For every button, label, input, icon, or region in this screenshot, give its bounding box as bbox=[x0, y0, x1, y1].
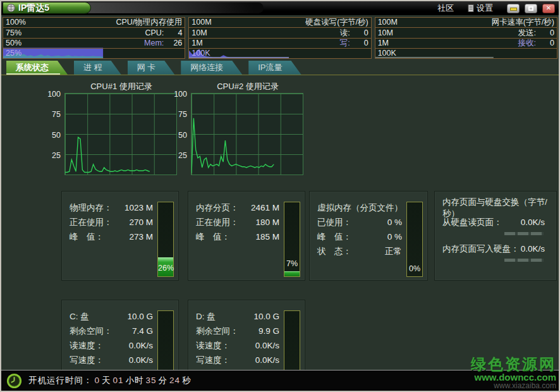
row-label: 峰 值： bbox=[70, 231, 104, 243]
swap-write-bar bbox=[504, 259, 544, 262]
receive-metric-label: 接收: bbox=[518, 39, 536, 47]
panel-title: 硬盘读写(字节/秒) bbox=[305, 18, 368, 27]
ytick: 50 bbox=[166, 131, 187, 140]
row-value: 0 % bbox=[351, 217, 402, 227]
scale-label: 100M bbox=[378, 18, 398, 27]
uptime-text: 开机运行时间：0天01小时35分24秒 bbox=[28, 375, 192, 386]
maximize-button[interactable] bbox=[525, 4, 537, 13]
row-value: 0 % bbox=[351, 232, 402, 242]
tab-network-card[interactable]: 网 卡 bbox=[128, 61, 175, 75]
row-value: 正常 bbox=[351, 246, 402, 257]
physical-memory-panel: 物理内存：1023 M 正在使用：270 M 峰 值：273 M 26% bbox=[61, 191, 179, 281]
row-value: 270 M bbox=[113, 217, 154, 227]
row-value: 1023 M bbox=[113, 203, 154, 212]
mem-metric-label: Mem: bbox=[144, 39, 164, 47]
row-label: 正在使用： bbox=[196, 217, 239, 228]
tab-processes[interactable]: 进 程 bbox=[74, 61, 121, 75]
row-value: 180 M bbox=[239, 217, 280, 227]
row-label: 状 态： bbox=[317, 246, 351, 257]
row-label: D: 盘 bbox=[196, 311, 216, 322]
send-metric-value: 0 bbox=[539, 29, 554, 37]
row-value: 7.4 G bbox=[113, 326, 154, 336]
radar-icon bbox=[6, 3, 16, 13]
cpu2-graph-title: CPU#2 使用记录 bbox=[191, 81, 305, 92]
memory-paging-panel: 内存分页：2461 M 正在使用：180 M 峰 值：185 M 7% bbox=[188, 191, 305, 281]
write-metric-label: 写: bbox=[340, 39, 350, 47]
scale-label: 10M bbox=[192, 29, 207, 37]
status-bar: 开机运行时间：0天01小时35分24秒 bbox=[1, 370, 559, 391]
row-label: C: 盘 bbox=[70, 311, 89, 322]
row-label: 内存页面写入硬盘： bbox=[442, 243, 520, 255]
close-button[interactable]: ✕ bbox=[542, 4, 555, 13]
row-value: 273 M bbox=[104, 232, 153, 242]
app-logo: IP雷达5 bbox=[3, 2, 91, 14]
cpu-metric-value: 4 bbox=[167, 29, 182, 37]
panel-title: 网卡速率(字节/秒) bbox=[492, 18, 554, 27]
receive-metric-value: 0 bbox=[539, 39, 554, 47]
scale-label: 100% bbox=[6, 18, 26, 27]
row-value: 10.0 G bbox=[216, 312, 279, 321]
scale-label: 25% bbox=[6, 49, 21, 58]
titlebar[interactable]: IP雷达5 社区 设置 ✕ bbox=[1, 1, 559, 15]
tab-system-status[interactable]: 系统状态 bbox=[6, 61, 68, 75]
uptime-clock-icon bbox=[6, 373, 22, 389]
titlebar-swoosh bbox=[64, 3, 264, 13]
settings-link[interactable]: 设置 bbox=[468, 3, 493, 14]
gauge-label: 7% bbox=[284, 259, 300, 268]
minimize-button[interactable] bbox=[507, 4, 520, 13]
top-monitor-row: 100%CPU/物理内存使用 75%CPU:4 50%Mem:26 25% 10… bbox=[3, 17, 557, 59]
scale-label: 10M bbox=[378, 29, 393, 37]
ytick: 75 bbox=[166, 110, 187, 119]
row-label: 正在使用： bbox=[70, 217, 113, 228]
write-metric-value: 0 bbox=[353, 39, 368, 47]
row-value: 0.0K/s bbox=[104, 341, 153, 350]
row-value: 0.0K/s bbox=[502, 217, 545, 227]
minimize-icon bbox=[510, 8, 517, 11]
scale-label: 100M bbox=[192, 18, 211, 27]
panel-title: CPU/物理内存使用 bbox=[116, 18, 182, 27]
cpu2-history-chart bbox=[191, 93, 303, 175]
ytick: 25 bbox=[39, 151, 61, 160]
row-label: 写速度： bbox=[196, 355, 230, 366]
read-metric-label: 读: bbox=[340, 29, 350, 37]
cpu1-graph-title: CPU#1 使用记录 bbox=[64, 81, 178, 92]
scale-label: 1M bbox=[192, 39, 202, 47]
scale-label: 100K bbox=[192, 49, 210, 58]
row-value: 0.0K/s bbox=[230, 355, 279, 365]
scale-label: 50% bbox=[6, 39, 21, 47]
gauge-label: 26% bbox=[158, 264, 173, 273]
row-value: 0.0K/s bbox=[230, 341, 279, 350]
virtual-memory-panel: 虚拟内存（分页文件） 已使用：0 % 峰 值：0 % 状 态：正常 0% bbox=[309, 191, 428, 281]
network-monitor-panel: 100M网卡速率(字节/秒) 10M发送:0 1M接收:0 100K bbox=[375, 17, 557, 59]
ytick: 100 bbox=[39, 90, 61, 99]
row-label: 写速度： bbox=[70, 355, 104, 366]
row-label: 内存分页： bbox=[196, 202, 239, 214]
cpu1-history-chart bbox=[64, 93, 177, 175]
row-value: 0.0K/s bbox=[104, 355, 153, 365]
panel-title: 内存页面与硬盘交换（字节/秒） bbox=[442, 200, 552, 215]
memory-disk-swap-panel: 内存页面与硬盘交换（字节/秒） 从硬盘读页面：0.0K/s 内存页面写入硬盘：0… bbox=[434, 191, 557, 281]
row-label: 剩余空间： bbox=[70, 326, 113, 337]
cpu-memory-monitor-panel: 100%CPU/物理内存使用 75%CPU:4 50%Mem:26 25% bbox=[3, 17, 185, 59]
row-value: 185 M bbox=[230, 232, 279, 242]
tab-network-connections[interactable]: 网络连接 bbox=[181, 61, 242, 75]
maximize-icon bbox=[528, 6, 533, 11]
row-value: 0.0K/s bbox=[520, 244, 545, 254]
gauge-label: 0% bbox=[407, 264, 422, 273]
row-value: 10.0 G bbox=[89, 312, 153, 321]
row-value: 9.9 G bbox=[239, 326, 280, 336]
close-icon: ✕ bbox=[546, 5, 551, 11]
row-label: 物理内存： bbox=[70, 202, 113, 214]
read-metric-value: 0 bbox=[353, 29, 368, 37]
ytick: 25 bbox=[166, 151, 187, 160]
app-title: IP雷达5 bbox=[18, 3, 49, 14]
ytick: 50 bbox=[39, 131, 61, 140]
row-value: 2461 M bbox=[239, 203, 280, 212]
ytick: 75 bbox=[39, 110, 61, 119]
row-label: 从硬盘读页面： bbox=[442, 217, 502, 228]
swap-read-bar bbox=[504, 232, 544, 235]
physical-memory-gauge: 26% bbox=[157, 202, 174, 277]
tab-bar: 系统状态 进 程 网 卡 网络连接 IP流量 bbox=[1, 60, 559, 75]
community-link[interactable]: 社区 bbox=[437, 3, 454, 14]
tab-ip-traffic[interactable]: IP流量 bbox=[248, 61, 301, 75]
